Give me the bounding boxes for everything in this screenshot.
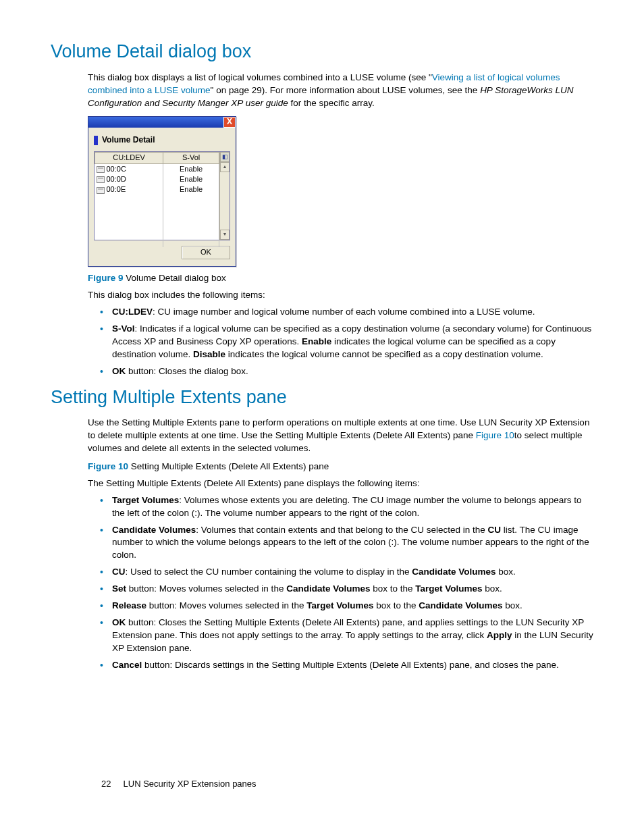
cell-ldev: 00:0C xyxy=(107,165,126,173)
sme-items-intro: The Setting Multiple Extents (Delete All… xyxy=(88,477,593,490)
item-text: indicates the logical volume cannot be s… xyxy=(225,349,543,359)
bold-cu: CU xyxy=(488,525,502,535)
item-text: box. xyxy=(503,600,522,610)
item-text: : Used to select the CU number containin… xyxy=(126,567,412,577)
col-culdev[interactable]: CU:LDEV xyxy=(95,153,163,163)
dialog-titlebar: X xyxy=(88,117,236,128)
bold-enable: Enable xyxy=(302,336,331,346)
heading-setting-multiple-extents: Setting Multiple Extents pane xyxy=(51,385,593,411)
item-candidate-volumes: Candidate Volumes xyxy=(112,525,196,535)
intro-paragraph: This dialog box displays a list of logic… xyxy=(88,72,593,110)
disk-icon xyxy=(97,166,105,173)
bold-candidate-volumes: Candidate Volumes xyxy=(412,567,495,577)
sme-paragraph: Use the Setting Multiple Extents pane to… xyxy=(88,417,593,455)
figure-10-number: Figure 10 xyxy=(88,461,128,471)
disk-icon xyxy=(97,187,105,194)
list-item: CU:LDEV: CU image number and logical vol… xyxy=(100,306,593,319)
item-ok: OK xyxy=(112,617,126,627)
ok-button[interactable]: OK xyxy=(182,246,230,259)
table-row[interactable]: 00:0C Enable xyxy=(95,163,219,174)
list-item: Target Volumes: Volumes whose extents yo… xyxy=(100,494,593,520)
volume-detail-dialog: X Volume Detail CU:LDEV S-Vol xyxy=(88,116,236,267)
figure-9-number: Figure 9 xyxy=(88,273,124,283)
intro-post2: for the specific array. xyxy=(288,98,375,108)
item-text: button: Closes the dialog box. xyxy=(126,366,248,376)
item-text: button: Moves volumes selected in the xyxy=(126,583,286,594)
list-item: CU: Used to select the CU number contain… xyxy=(100,566,593,579)
item-set: Set xyxy=(112,583,126,594)
bold-target-volumes: Target Volumes xyxy=(415,583,482,594)
bold-candidate-volumes: Candidate Volumes xyxy=(286,583,370,594)
scrollbar-corner-icon[interactable]: ◧ xyxy=(220,152,230,162)
figure-10-caption: Setting Multiple Extents (Delete All Ext… xyxy=(131,461,329,471)
figure-9-caption: Volume Detail dialog box xyxy=(126,273,226,283)
intro-post1: " on page 29). For more information abou… xyxy=(211,85,481,95)
item-text: : CU image number and logical volume num… xyxy=(153,307,535,317)
bold-apply: Apply xyxy=(487,630,512,640)
item-text: box to the xyxy=(370,583,415,594)
page-number: 22 xyxy=(101,779,111,789)
cell-svol: Enable xyxy=(163,163,219,174)
table-row[interactable]: 00:0E Enable xyxy=(95,184,219,194)
item-text: button: Moves volumes selected in the xyxy=(146,600,306,610)
item-svol: S-Vol xyxy=(112,323,135,334)
volume-table: CU:LDEV S-Vol 00:0C Enable 00:0D Enable xyxy=(94,151,230,240)
item-cu: CU xyxy=(112,567,126,577)
table-row[interactable]: 00:0D Enable xyxy=(95,174,219,184)
item-text: box to the xyxy=(373,600,419,610)
disk-icon xyxy=(97,176,105,183)
list-item: Set button: Moves volumes selected in th… xyxy=(100,583,593,596)
items-intro: This dialog box includes the following i… xyxy=(88,289,593,302)
link-figure-10[interactable]: Figure 10 xyxy=(476,430,514,440)
item-text: button: Discards settings in the Setting… xyxy=(142,660,559,670)
list-item: Candidate Volumes: Volumes that contain … xyxy=(100,524,593,563)
figure-9-label: Figure 9 Volume Detail dialog box xyxy=(88,272,593,285)
page-footer: 22 LUN Security XP Extension panes xyxy=(101,778,257,790)
close-icon[interactable]: X xyxy=(223,117,236,128)
scroll-up-icon[interactable]: ▲ xyxy=(220,162,230,172)
item-culdev: CU:LDEV xyxy=(112,307,153,317)
item-text: : Volumes that contain extents and that … xyxy=(196,525,487,535)
list-item: Cancel button: Discards settings in the … xyxy=(100,659,593,672)
bold-candidate-volumes: Candidate Volumes xyxy=(419,600,502,610)
sme-items-list: Target Volumes: Volumes whose extents yo… xyxy=(88,494,593,672)
scrollbar[interactable]: ◧ ▲ ▼ xyxy=(219,152,230,240)
item-text: box. xyxy=(496,567,516,577)
footer-title: LUN Security XP Extension panes xyxy=(124,779,257,789)
heading-volume-detail: Volume Detail dialog box xyxy=(51,39,593,65)
list-item: OK button: Closes the dialog box. xyxy=(100,365,593,378)
item-target-volumes: Target Volumes xyxy=(112,495,179,505)
dialog-title: Volume Detail xyxy=(102,134,155,146)
list-item: S-Vol: Indicates if a logical volume can… xyxy=(100,323,593,361)
intro-pre: This dialog box displays a list of logic… xyxy=(88,72,432,82)
col-svol[interactable]: S-Vol xyxy=(163,153,219,163)
item-ok: OK xyxy=(112,366,126,376)
item-cancel: Cancel xyxy=(112,660,142,670)
cell-svol: Enable xyxy=(163,174,219,184)
list-item: Release button: Moves volumes selected i… xyxy=(100,600,593,613)
scroll-down-icon[interactable]: ▼ xyxy=(220,230,230,240)
dialog-title-bar-icon xyxy=(94,136,98,145)
cell-ldev: 00:0D xyxy=(107,175,126,183)
figure-10-label: Figure 10 Setting Multiple Extents (Dele… xyxy=(88,461,593,473)
item-release: Release xyxy=(112,600,146,610)
bold-target-volumes: Target Volumes xyxy=(306,600,373,610)
cell-svol: Enable xyxy=(163,184,219,194)
cell-ldev: 00:0E xyxy=(107,185,126,193)
item-text: : Volumes whose extents you are deleting… xyxy=(112,495,582,518)
list-item: OK button: Closes the Setting Multiple E… xyxy=(100,617,593,655)
item-text: box. xyxy=(483,583,502,594)
volume-detail-items-list: CU:LDEV: CU image number and logical vol… xyxy=(88,306,593,377)
bold-disable: Disable xyxy=(193,349,225,359)
